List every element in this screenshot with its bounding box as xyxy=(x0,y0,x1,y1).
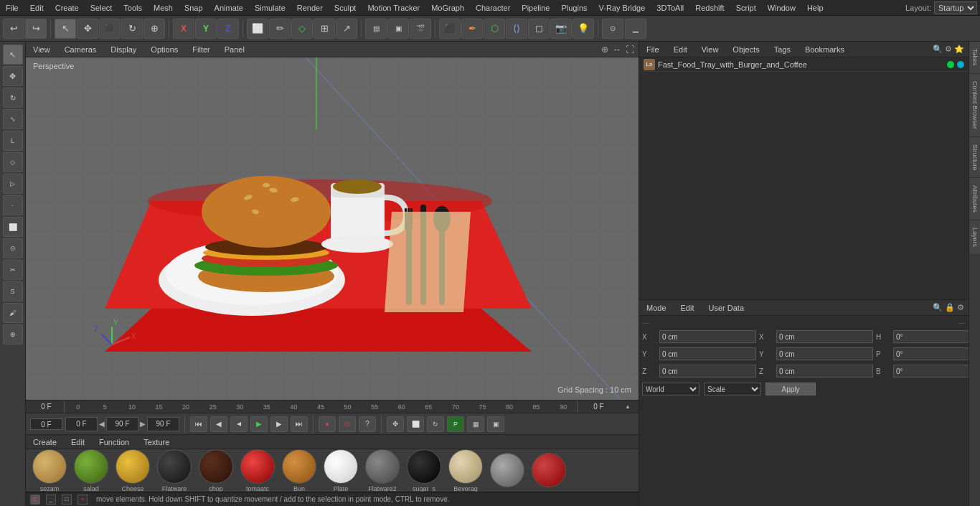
tab-attributes[interactable]: Attributes xyxy=(969,178,980,220)
mat-beverag[interactable]: Beverag xyxy=(446,449,485,492)
mat-texture[interactable]: Texture xyxy=(141,436,172,448)
menu-simulate[interactable]: Simulate xyxy=(249,2,291,14)
mat-chop[interactable]: chop xyxy=(197,449,235,492)
attr-b-input[interactable] xyxy=(893,365,980,378)
obj-view-menu[interactable]: View xyxy=(699,44,722,55)
attr-user-data[interactable]: User Data xyxy=(706,302,748,314)
menu-animate[interactable]: Animate xyxy=(209,2,249,14)
prev-play-btn[interactable]: ◀ xyxy=(230,416,248,432)
transform-tool[interactable]: ⊕ xyxy=(143,19,165,39)
obj-bookmarks[interactable]: Bookmarks xyxy=(802,44,847,55)
menu-edit[interactable]: Edit xyxy=(24,2,50,14)
mat-flatware[interactable]: Flatware xyxy=(155,449,194,492)
undo-button[interactable]: ↩ xyxy=(3,19,24,39)
frame-arrow-right[interactable]: ▶ xyxy=(140,420,146,428)
obj-file[interactable]: File xyxy=(644,44,662,55)
vp-icon1[interactable]: ⊕ xyxy=(601,44,608,55)
sb-move[interactable]: ✥ xyxy=(3,66,23,86)
poly-tool[interactable]: ◇ xyxy=(291,19,313,39)
sb-select[interactable]: ↖ xyxy=(3,44,23,65)
menu-redshift[interactable]: Redshift xyxy=(689,2,730,14)
obj-tags[interactable]: Tags xyxy=(771,44,793,55)
prev-frame-btn[interactable]: ◀ xyxy=(210,416,227,432)
mat-sugars[interactable]: sugar_s xyxy=(405,449,443,492)
menu-select[interactable]: Select xyxy=(85,2,118,14)
menu-script[interactable]: Script xyxy=(730,2,762,14)
auto-key-btn[interactable]: ⊙ xyxy=(339,416,356,432)
menu-vray[interactable]: V-Ray Bridge xyxy=(593,2,651,14)
vp-icon3[interactable]: ⛶ xyxy=(626,44,634,55)
sb-knife[interactable]: ✂ xyxy=(3,260,23,280)
status-close-icon[interactable]: × xyxy=(77,495,88,505)
mat-edit[interactable]: Edit xyxy=(68,436,88,448)
obj-vis-dot1[interactable] xyxy=(947,61,954,68)
gen-btn[interactable]: ⬡ xyxy=(484,19,505,39)
sb-poly[interactable]: ◇ xyxy=(3,152,23,172)
tab-takes[interactable]: Takes xyxy=(969,42,980,74)
sb-live[interactable]: L xyxy=(3,131,23,151)
timeline-scroll-btn[interactable]: ▲ xyxy=(620,403,636,410)
mat-bun[interactable]: Bun xyxy=(280,449,319,492)
menu-snap[interactable]: Snap xyxy=(179,2,209,14)
attr-h-input[interactable] xyxy=(893,330,980,343)
next-frame-btn[interactable]: ▶ xyxy=(270,416,288,432)
sb-rotate[interactable]: ↻ xyxy=(3,88,23,108)
tab-content-browser[interactable]: Content Browser xyxy=(969,74,980,137)
mat-cheese[interactable]: Cheese xyxy=(113,449,152,492)
vp-icon2[interactable]: ↔ xyxy=(613,44,621,55)
render-region[interactable]: ▤ xyxy=(365,19,387,39)
z-axis[interactable]: Z xyxy=(217,19,239,39)
light-btn[interactable]: 💡 xyxy=(573,19,594,39)
motion-btn[interactable]: ? xyxy=(359,416,376,432)
obj-search-icon[interactable]: 🔍 xyxy=(933,44,943,54)
mat-salad[interactable]: salad xyxy=(72,449,110,492)
render-picture[interactable]: 🎬 xyxy=(410,19,431,39)
attr-mode[interactable]: Mode xyxy=(644,302,669,314)
object-row-main[interactable]: Lo Fast_Food_Tray_with_Burger_and_Coffee xyxy=(639,57,969,72)
sb-box[interactable]: ⬜ xyxy=(3,217,23,237)
sb-point[interactable]: · xyxy=(3,195,23,215)
attr-sy-input[interactable] xyxy=(776,347,873,360)
mat-extra2[interactable] xyxy=(529,453,568,489)
attr-edit[interactable]: Edit xyxy=(678,302,697,314)
redo-button[interactable]: ↪ xyxy=(25,19,47,39)
null-btn[interactable]: ⊙ xyxy=(602,19,623,39)
menu-render[interactable]: Render xyxy=(291,2,329,14)
mat-flatware2[interactable]: Flatware2 xyxy=(363,449,402,492)
menu-pipeline[interactable]: Pipeline xyxy=(516,2,555,14)
tab-layers[interactable]: Layers xyxy=(969,220,980,255)
rotate-tool[interactable]: ↻ xyxy=(121,19,143,39)
frame-end-input[interactable] xyxy=(106,417,138,431)
sb-brush[interactable]: 🖌 xyxy=(3,303,23,323)
status-max-icon[interactable]: □ xyxy=(62,495,72,505)
menu-character[interactable]: Character xyxy=(470,2,516,14)
box-tool[interactable]: ⬜ xyxy=(247,19,268,39)
mat-plate[interactable]: Plate xyxy=(321,449,360,492)
menu-sculpt[interactable]: Sculpt xyxy=(329,2,362,14)
menu-file[interactable]: File xyxy=(0,2,24,14)
key-grid-btn[interactable]: ▦ xyxy=(467,416,484,432)
viewport-3d[interactable]: Perspective xyxy=(26,57,639,400)
apply-button[interactable]: Apply xyxy=(765,383,816,395)
frame-arrow-left[interactable]: ◀ xyxy=(99,420,105,428)
key-p-btn[interactable]: P xyxy=(447,416,464,432)
attr-lock-icon[interactable]: 🔒 xyxy=(945,303,955,312)
obj-objects[interactable]: Objects xyxy=(730,44,762,55)
floor-btn[interactable]: ▁ xyxy=(625,19,646,39)
menu-help[interactable]: Help xyxy=(801,2,829,14)
status-min-icon[interactable]: _ xyxy=(46,495,56,505)
mat-sezam[interactable]: sezam xyxy=(30,449,69,492)
vp-cameras[interactable]: Cameras xyxy=(62,44,100,55)
vp-display[interactable]: Display xyxy=(108,44,139,55)
menu-window[interactable]: Window xyxy=(762,2,801,14)
menu-tools[interactable]: Tools xyxy=(118,2,148,14)
vp-view[interactable]: View xyxy=(30,44,53,55)
key-end-btn[interactable]: ▣ xyxy=(487,416,504,432)
sb-magnet[interactable]: S xyxy=(3,281,23,301)
menu-mograph[interactable]: MoGraph xyxy=(425,2,470,14)
cube-btn[interactable]: ⬛ xyxy=(439,19,461,39)
menu-plugins[interactable]: Plugins xyxy=(555,2,593,14)
layout-dropdown[interactable]: Startup xyxy=(934,1,977,14)
attr-settings-icon[interactable]: ⚙ xyxy=(957,303,964,312)
sb-scale[interactable]: ⤡ xyxy=(3,109,23,129)
